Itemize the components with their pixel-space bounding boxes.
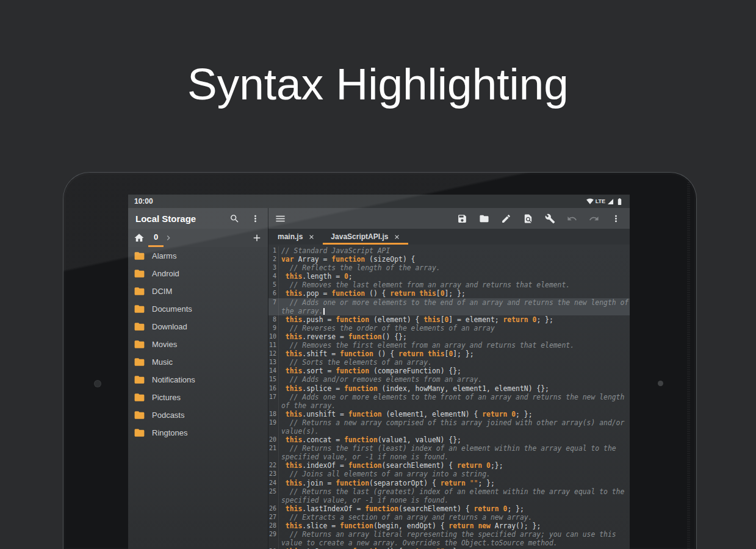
folder-label: Notifications bbox=[152, 375, 195, 384]
tab-label: main.js bbox=[278, 232, 303, 241]
line-number: 25 bbox=[268, 487, 279, 504]
tab-bar: main.jsJavaScriptAPI.js bbox=[268, 229, 630, 245]
more-icon[interactable] bbox=[611, 214, 621, 224]
line-number: 13 bbox=[268, 358, 279, 367]
folder-item-music[interactable]: Music bbox=[128, 353, 268, 371]
line-number: 12 bbox=[268, 350, 279, 358]
file-manager-title: Local Storage bbox=[135, 214, 196, 224]
code-line-12: 12 this.shift = function () { return thi… bbox=[268, 350, 630, 358]
code-line-8: 8 this.push = function (element) { this[… bbox=[268, 315, 630, 324]
folder-list: AlarmsAndroidDCIMDocumentsDownloadMovies… bbox=[128, 247, 268, 549]
line-number: 7 bbox=[268, 298, 279, 315]
code-line-28: 28 this.slice = function(begin, endOpt) … bbox=[268, 522, 630, 530]
more-options-icon[interactable] bbox=[250, 214, 261, 224]
folder-icon bbox=[134, 427, 145, 439]
folder-label: Documents bbox=[152, 304, 192, 314]
folder-label: Alarms bbox=[152, 251, 176, 260]
folder-item-download[interactable]: Download bbox=[128, 318, 268, 336]
folder-item-ringtones[interactable]: Ringtones bbox=[128, 424, 268, 442]
line-number: 14 bbox=[268, 367, 279, 375]
code-line-17: 17 // Adds one or more elements to the f… bbox=[268, 393, 630, 410]
page-background: Syntax Highlighting 10:00 LTE Local Stor… bbox=[0, 0, 756, 549]
code-line-6: 6 this.pop = function () { return this[0… bbox=[268, 289, 630, 298]
code-line-3: 3 // Reflects the length of the array. bbox=[268, 264, 630, 272]
code-line-1: 1// Standard JavaScript API bbox=[268, 246, 630, 255]
code-text: this.unshift = function (element1, eleme… bbox=[279, 410, 630, 418]
code-line-23: 23 // Joins all elements of an array int… bbox=[268, 470, 630, 478]
tablet-device: 10:00 LTE Local Storage bbox=[63, 172, 697, 549]
line-number: 22 bbox=[268, 461, 279, 470]
battery-icon bbox=[616, 198, 624, 206]
folder-icon bbox=[134, 392, 145, 403]
status-time: 10:00 bbox=[134, 197, 153, 206]
folder-icon bbox=[134, 374, 145, 386]
find-in-page-icon[interactable] bbox=[523, 214, 533, 224]
folder-item-dcim[interactable]: DCIM bbox=[128, 282, 268, 300]
tab-JavaScriptAPI.js[interactable]: JavaScriptAPI.js bbox=[323, 229, 408, 245]
code-text: this.length = 0; bbox=[279, 272, 630, 281]
add-tab-button[interactable] bbox=[251, 232, 262, 243]
folder-item-notifications[interactable]: Notifications bbox=[128, 371, 268, 389]
home-icon[interactable] bbox=[134, 232, 145, 243]
tab-label: JavaScriptAPI.js bbox=[331, 232, 388, 241]
code-text: // Returns the first (least) index of an… bbox=[279, 444, 630, 461]
line-number: 23 bbox=[268, 470, 279, 478]
status-bar: 10:00 LTE bbox=[128, 195, 630, 208]
folder-item-android[interactable]: Android bbox=[128, 265, 268, 282]
folder-icon bbox=[134, 356, 145, 368]
line-number: 20 bbox=[268, 436, 279, 444]
chevron-right-icon bbox=[164, 233, 173, 243]
menu-icon[interactable] bbox=[275, 213, 286, 224]
file-manager-header: Local Storage bbox=[128, 208, 268, 229]
folder-item-podcasts[interactable]: Podcasts bbox=[128, 406, 268, 424]
folder-icon bbox=[134, 285, 145, 297]
folder-label: Music bbox=[152, 357, 173, 367]
code-text: // Reverses the order of the elements of… bbox=[279, 324, 630, 332]
search-icon[interactable] bbox=[229, 214, 240, 224]
line-number: 29 bbox=[268, 530, 279, 547]
code-text: this.indexOf = function(searchElement) {… bbox=[279, 461, 630, 470]
folder-label: Pictures bbox=[152, 393, 181, 402]
line-number: 15 bbox=[268, 375, 279, 384]
line-number: 3 bbox=[268, 264, 279, 272]
code-text: // Sorts the elements of an array. bbox=[279, 358, 630, 367]
folder-item-documents[interactable]: Documents bbox=[128, 300, 268, 318]
line-number: 1 bbox=[268, 246, 279, 255]
breadcrumb-current[interactable]: 0 bbox=[148, 229, 164, 247]
code-text: this.join = function(separatorOpt) { ret… bbox=[279, 479, 630, 487]
line-number: 17 bbox=[268, 393, 279, 410]
tools-icon[interactable] bbox=[545, 214, 555, 224]
folder-icon bbox=[134, 303, 145, 315]
tab-close-icon[interactable] bbox=[394, 234, 400, 240]
code-text: this.shift = function () { return this[0… bbox=[279, 350, 630, 358]
status-icons: LTE bbox=[586, 198, 624, 206]
edit-icon[interactable] bbox=[501, 214, 511, 224]
code-line-11: 11 // Removes the first element from an … bbox=[268, 341, 630, 350]
code-line-22: 22 this.indexOf = function(searchElement… bbox=[268, 461, 630, 470]
line-number: 18 bbox=[268, 410, 279, 418]
tab-close-icon[interactable] bbox=[308, 234, 315, 240]
save-icon[interactable] bbox=[457, 214, 467, 224]
line-number: 2 bbox=[268, 255, 279, 264]
code-text: // Removes the first element from an arr… bbox=[279, 341, 630, 350]
code-line-14: 14 this.sort = function (compareFunction… bbox=[268, 367, 630, 375]
code-line-19: 19 // Returns a new array comprised of t… bbox=[268, 418, 630, 436]
code-text: this.reverse = function() {}; bbox=[279, 332, 630, 341]
code-text: var Array = function (sizeOpt) { bbox=[279, 255, 630, 264]
code-area[interactable]: 1// Standard JavaScript API2var Array = … bbox=[268, 245, 630, 549]
line-number: 28 bbox=[268, 522, 279, 530]
code-text: this.slice = function(begin, endOpt) { r… bbox=[279, 522, 630, 530]
tab-main.js[interactable]: main.js bbox=[270, 229, 323, 245]
code-line-29: 29 // Returns an array literal represent… bbox=[268, 530, 630, 547]
code-text: this.pop = function () { return this[0];… bbox=[279, 289, 630, 298]
code-line-24: 24 this.join = function(separatorOpt) { … bbox=[268, 479, 630, 487]
folder-item-movies[interactable]: Movies bbox=[128, 336, 268, 353]
line-number: 24 bbox=[268, 479, 279, 487]
cell-signal-icon bbox=[607, 198, 614, 205]
code-line-20: 20 this.concat = function(value1, valueN… bbox=[268, 436, 630, 444]
folder-item-alarms[interactable]: Alarms bbox=[128, 247, 268, 265]
folder-item-pictures[interactable]: Pictures bbox=[128, 389, 268, 406]
open-folder-icon[interactable] bbox=[479, 214, 489, 224]
line-number: 19 bbox=[268, 418, 279, 436]
camera-dot-right bbox=[658, 381, 663, 386]
